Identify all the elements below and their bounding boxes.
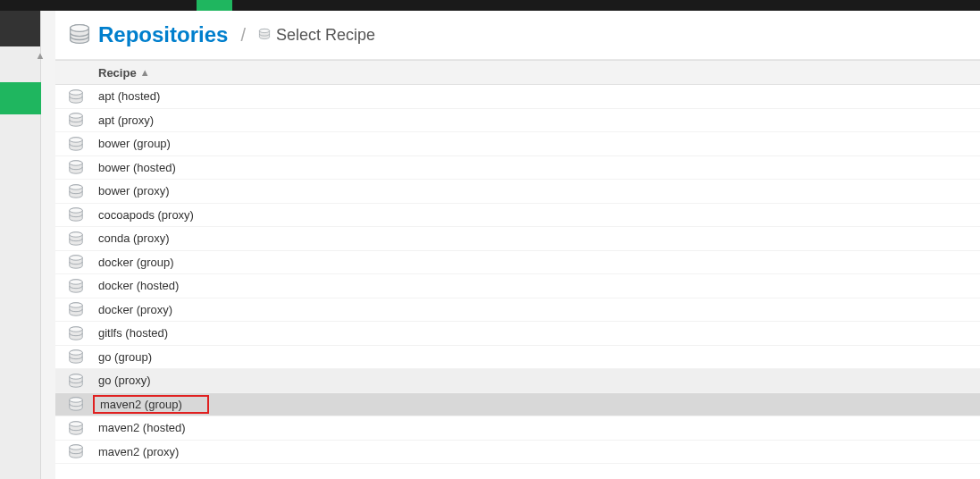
grid-body: apt (hosted) apt (proxy) bower (group) b… [55,85,980,464]
recipe-label: apt (hosted) [98,89,980,103]
svg-point-19 [70,256,82,260]
grid-column-header[interactable]: Recipe ▲ [55,60,980,85]
sidebar-header [0,11,40,46]
recipe-label: bower (hosted) [98,161,980,174]
annotation-highlight: maven2 (group) [93,395,209,414]
recipe-row[interactable]: bower (proxy) [55,180,980,204]
recipe-label: docker (proxy) [98,303,980,316]
svg-point-29 [70,374,82,379]
sidebar-collapse-toggle[interactable]: ▲ [31,46,49,64]
svg-point-23 [70,303,82,307]
svg-point-5 [70,90,82,95]
recipe-label: bower (group) [98,137,980,150]
recipe-label: conda (proxy) [98,231,980,245]
svg-point-33 [70,422,82,426]
svg-point-11 [70,161,82,165]
recipe-row[interactable]: docker (proxy) [55,298,980,323]
recipe-row[interactable]: bower (group) [55,132,980,156]
database-icon [68,278,98,294]
database-icon [68,254,98,270]
sidebar: ▲ [0,11,41,479]
svg-point-15 [70,208,82,213]
recipe-row[interactable]: go (proxy) [55,369,980,393]
sort-ascending-icon: ▲ [140,67,150,78]
database-icon [68,22,91,48]
svg-point-17 [70,232,82,237]
breadcrumb: Repositories / Select Recipe [55,11,980,60]
svg-point-25 [70,327,82,332]
recipe-label: maven2 (proxy) [98,445,980,458]
recipe-label: docker (group) [98,256,980,269]
top-bar [0,0,980,11]
database-icon [68,112,98,128]
recipe-row[interactable]: maven2 (proxy) [55,441,980,465]
recipe-row[interactable]: bower (hosted) [55,156,980,181]
recipe-row[interactable]: go (group) [55,346,980,370]
database-icon [68,159,98,175]
recipe-label: go (proxy) [98,374,980,387]
top-bar-active-indicator [197,0,232,11]
database-icon [68,373,98,389]
recipe-label: cocoapods (proxy) [98,208,980,222]
svg-point-7 [70,113,82,118]
recipe-row[interactable]: conda (proxy) [55,227,980,251]
sidebar-active-item[interactable] [0,82,41,114]
svg-point-1 [71,24,89,31]
recipe-row[interactable]: maven2 (hosted) [55,416,980,441]
database-icon [68,420,98,436]
recipe-row[interactable]: apt (hosted) [55,85,980,109]
recipe-label: gitlfs (hosted) [98,326,980,340]
database-icon [68,88,98,105]
recipe-row[interactable]: maven2 (group) [55,393,980,417]
database-icon [68,206,98,223]
breadcrumb-current: Select Recipe [276,26,375,45]
database-icon [68,136,98,152]
breadcrumb-repositories-link[interactable]: Repositories [98,22,228,47]
database-icon [68,231,98,247]
breadcrumb-separator: / [240,25,246,46]
recipe-row[interactable]: apt (proxy) [55,109,980,133]
main-panel: Repositories / Select Recipe Recipe ▲ ap… [55,11,980,479]
database-icon [68,349,98,365]
svg-point-13 [70,185,82,189]
database-icon [68,183,98,199]
svg-point-31 [70,398,82,402]
recipe-label: go (group) [98,350,980,364]
database-icon [258,28,271,43]
recipe-row[interactable]: gitlfs (hosted) [55,322,980,346]
recipe-row[interactable]: docker (group) [55,251,980,275]
svg-point-35 [70,445,82,450]
recipe-row[interactable]: cocoapods (proxy) [55,204,980,228]
recipe-label: maven2 (hosted) [98,421,980,434]
svg-point-21 [70,280,82,284]
grid-column-header-label: Recipe [98,66,137,80]
svg-point-3 [259,29,269,32]
database-icon [68,443,98,459]
recipe-label: docker (hosted) [98,279,980,292]
database-icon [68,301,98,317]
recipe-label: bower (proxy) [98,184,980,197]
recipe-label: apt (proxy) [98,113,980,127]
database-icon [68,325,98,341]
recipe-label: maven2 (group) [98,395,980,414]
svg-point-27 [70,350,82,355]
recipe-row[interactable]: docker (hosted) [55,274,980,298]
svg-point-9 [70,138,82,142]
